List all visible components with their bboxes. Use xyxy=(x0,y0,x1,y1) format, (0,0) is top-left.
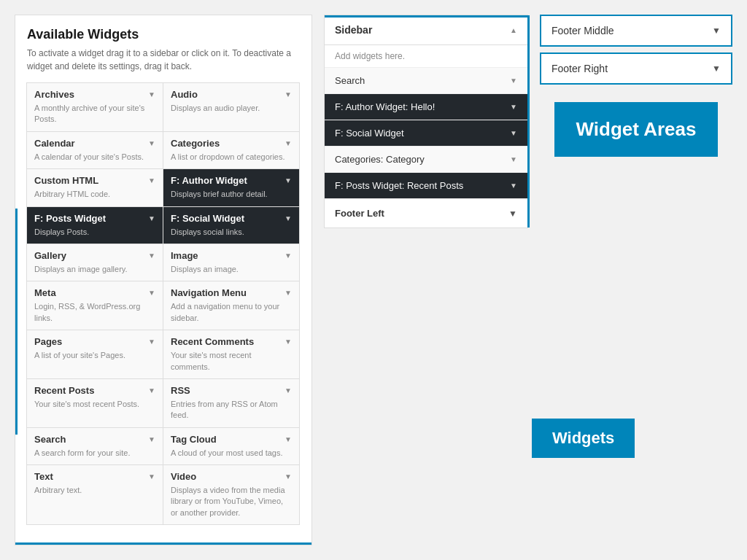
widget-custom-html-label: Custom HTML xyxy=(34,175,98,186)
widgets-grid: Archives ▼ A monthly archive of your sit… xyxy=(27,83,300,525)
widget-tag-cloud[interactable]: Tag Cloud ▼ A cloud of your most used ta… xyxy=(163,427,300,465)
sidebar-widget-search[interactable]: Search ▼ xyxy=(325,68,527,94)
chevron-down-icon: ▼ xyxy=(510,129,517,137)
widget-recent-posts[interactable]: Recent Posts ▼ Your site's most recent P… xyxy=(26,378,163,428)
sidebar-header: Sidebar ▲ xyxy=(325,15,527,45)
sidebar-author-label: F: Author Widget: Hello! xyxy=(335,101,435,112)
widget-text-label: Text xyxy=(34,471,53,482)
widget-categories-desc: A list or dropdown of categories. xyxy=(171,152,292,163)
widget-search[interactable]: Search ▼ A search form for your site. xyxy=(26,427,163,465)
sidebar-title: Sidebar xyxy=(335,24,372,36)
widget-rss[interactable]: RSS ▼ Entries from any RSS or Atom feed. xyxy=(163,378,300,428)
chevron-down-icon: ▼ xyxy=(148,90,155,98)
chevron-down-icon: ▼ xyxy=(510,77,517,85)
footer-middle-label: Footer Middle xyxy=(551,25,614,36)
chevron-down-icon: ▼ xyxy=(285,338,292,346)
chevron-down-icon: ▼ xyxy=(285,435,292,443)
sidebar-posts-label: F: Posts Widget: Recent Posts xyxy=(335,180,463,191)
chevron-down-icon: ▼ xyxy=(285,472,292,481)
widget-audio[interactable]: Audio ▼ Displays an audio player. xyxy=(163,82,300,132)
widget-posts-widget-desc: Displays Posts. xyxy=(34,227,155,238)
widget-posts-widget[interactable]: F: Posts Widget ▼ Displays Posts. xyxy=(26,206,163,244)
widget-custom-html[interactable]: Custom HTML ▼ Arbitrary HTML code. xyxy=(26,168,163,206)
widget-recent-comments[interactable]: Recent Comments ▼ Your site's most recen… xyxy=(163,330,300,379)
widget-pages[interactable]: Pages ▼ A list of your site's Pages. xyxy=(26,330,163,379)
widget-rss-label: RSS xyxy=(171,385,190,396)
sidebar-panel: Sidebar ▲ Add widgets here. Search ▼ F: … xyxy=(324,15,528,228)
widget-calendar[interactable]: Calendar ▼ A calendar of your site's Pos… xyxy=(26,131,163,169)
chevron-down-icon: ▼ xyxy=(285,214,292,222)
chevron-down-icon: ▼ xyxy=(148,338,155,346)
chevron-down-icon: ▼ xyxy=(148,435,155,443)
widget-calendar-desc: A calendar of your site's Posts. xyxy=(34,152,155,163)
chevron-down-icon: ▼ xyxy=(510,103,517,111)
chevron-down-icon: ▼ xyxy=(285,139,292,147)
widget-social-widget-desc: Displays social links. xyxy=(171,227,292,238)
chevron-down-icon: ▼ xyxy=(148,472,155,481)
blue-border-bottom xyxy=(15,542,311,545)
widget-author-widget-label: F: Author Widget xyxy=(171,175,247,186)
widget-author-widget[interactable]: F: Author Widget ▼ Displays brief author… xyxy=(163,168,300,206)
widget-recent-comments-desc: Your site's most recent comments. xyxy=(171,350,292,373)
widget-archives[interactable]: Archives ▼ A monthly archive of your sit… xyxy=(26,82,163,132)
chevron-down-icon: ▼ xyxy=(148,176,155,184)
widget-nav-menu-label: Navigation Menu xyxy=(171,287,247,298)
widget-image-label: Image xyxy=(171,250,198,261)
widget-categories[interactable]: Categories ▼ A list or dropdown of categ… xyxy=(163,131,300,169)
widget-posts-widget-label: F: Posts Widget xyxy=(34,213,106,224)
footer-right-label: Footer Right xyxy=(551,63,608,74)
widget-nav-menu[interactable]: Navigation Menu ▼ Add a navigation menu … xyxy=(163,281,300,330)
widget-text-desc: Arbitrary text. xyxy=(34,485,155,496)
widget-tag-cloud-desc: A cloud of your most used tags. xyxy=(171,448,292,459)
sidebar-widget-author[interactable]: F: Author Widget: Hello! ▼ xyxy=(325,94,527,120)
widget-search-label: Search xyxy=(34,434,66,445)
sidebar-hint: Add widgets here. xyxy=(325,45,527,68)
widget-pages-desc: A list of your site's Pages. xyxy=(34,350,155,361)
footer-left-row[interactable]: Footer Left ▼ xyxy=(325,199,527,228)
widget-gallery-label: Gallery xyxy=(34,250,66,261)
chevron-down-icon: ▼ xyxy=(148,386,155,394)
widget-meta[interactable]: Meta ▼ Login, RSS, & WordPress.org links… xyxy=(26,281,163,330)
widget-author-widget-desc: Displays brief author detail. xyxy=(171,189,292,200)
sidebar-widget-categories[interactable]: Categories: Category ▼ xyxy=(325,147,527,173)
chevron-down-icon: ▼ xyxy=(148,289,155,297)
footer-left-label: Footer Left xyxy=(335,208,384,219)
blue-border-left xyxy=(15,209,18,435)
widget-video-label: Video xyxy=(171,471,196,482)
widget-video-desc: Displays a video from the media library … xyxy=(171,485,292,518)
sidebar-social-label: F: Social Widget xyxy=(335,128,404,139)
chevron-down-icon: ▼ xyxy=(285,386,292,394)
sidebar-border-right xyxy=(527,15,530,228)
chevron-down-icon: ▼ xyxy=(148,139,155,147)
widget-rss-desc: Entries from any RSS or Atom feed. xyxy=(171,399,292,421)
sidebar-widget-posts[interactable]: F: Posts Widget: Recent Posts ▼ xyxy=(325,173,527,199)
widget-video[interactable]: Video ▼ Displays a video from the media … xyxy=(163,464,300,525)
widget-recent-posts-label: Recent Posts xyxy=(34,385,94,396)
widget-recent-comments-label: Recent Comments xyxy=(171,336,254,347)
widget-recent-posts-desc: Your site's most recent Posts. xyxy=(34,399,155,410)
sidebar-categories-label: Categories: Category xyxy=(335,154,425,165)
widget-gallery-desc: Displays an image gallery. xyxy=(34,264,155,275)
widget-pages-label: Pages xyxy=(34,336,62,347)
widget-search-desc: A search form for your site. xyxy=(34,448,155,459)
chevron-down-icon: ▼ xyxy=(510,155,517,163)
widget-social-widget-label: F: Social Widget xyxy=(171,213,244,224)
widget-archives-label: Archives xyxy=(34,89,74,100)
chevron-down-icon: ▼ xyxy=(508,209,517,219)
footer-middle-dropdown[interactable]: Footer Middle ▼ xyxy=(540,15,732,47)
footer-right-dropdown[interactable]: Footer Right ▼ xyxy=(540,52,732,85)
chevron-down-icon: ▼ xyxy=(148,214,155,222)
widget-gallery[interactable]: Gallery ▼ Displays an image gallery. xyxy=(26,244,163,281)
sidebar-border-top xyxy=(325,15,527,18)
widget-image-desc: Displays an image. xyxy=(171,264,292,275)
widget-archives-desc: A monthly archive of your site's Posts. xyxy=(34,103,155,125)
sidebar-widget-social[interactable]: F: Social Widget ▼ xyxy=(325,120,527,147)
widget-custom-html-desc: Arbitrary HTML code. xyxy=(34,189,155,200)
chevron-down-icon: ▼ xyxy=(712,26,721,36)
chevron-down-icon: ▼ xyxy=(285,289,292,297)
available-widgets-description: To activate a widget drag it to a sideba… xyxy=(27,47,300,73)
chevron-up-icon: ▲ xyxy=(510,26,517,34)
widget-social-widget[interactable]: F: Social Widget ▼ Displays social links… xyxy=(163,206,300,244)
widget-text[interactable]: Text ▼ Arbitrary text. xyxy=(26,464,163,525)
widget-image[interactable]: Image ▼ Displays an image. xyxy=(163,244,300,281)
